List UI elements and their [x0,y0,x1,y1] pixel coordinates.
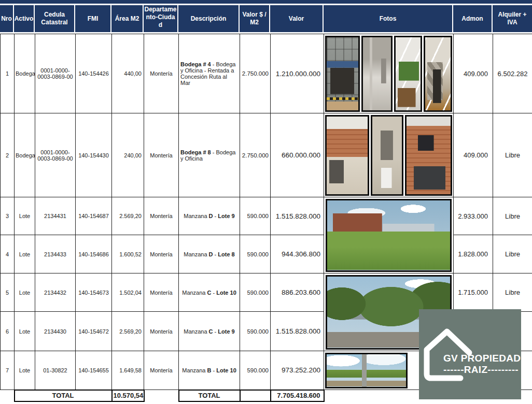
cell-nro: 7 [1,351,15,390]
cell-desc: Manzana D - Lote 9 [179,197,240,235]
cell-nro: 5 [1,273,15,312]
cell-activo: Bodega [15,113,35,197]
cell-ciudad: Montería [144,351,179,390]
cell-admon: 409.000 [454,113,493,197]
cell-valor: 660.000.000 [271,113,324,197]
cell-activo: Lote [15,273,35,312]
total-valor-value: 7.705.418.600 [271,390,324,401]
cell-admon: 1.828.000 [454,235,493,273]
cell-activo: Lote [15,312,35,351]
table-row-1: 1Bodega0001-0000-0003-0869-00140-1544264… [1,34,532,113]
cell-area: 240,00 [112,113,144,197]
header-row: NroActivoCedula CatastralFMIÁrea M2Depar… [0,5,532,32]
cell-cedula: 2134431 [35,197,76,235]
photo-strip [324,36,453,112]
cell-desc: Manzana C - Lote 10 [179,273,240,312]
total-label-right: TOTAL [179,390,240,401]
column-header-desc: Descripción [178,5,240,32]
cell-valor: 973.252.200 [271,351,324,390]
logo-text: GV PROPIEDAD ------RAIZ--------- [443,353,521,376]
photo-street-pole [325,353,408,388]
cell-admon: 409.000 [454,34,493,113]
total-empty-ciudad [144,390,179,401]
column-header-valor_m2: Valor $ / M2 [240,5,270,32]
fotos-cell [324,34,454,113]
cell-valor-m2: 590.000 [240,235,271,273]
cell-admon: 1.715.000 [454,273,493,312]
cell-desc: Manzana C - Lote 9 [179,312,240,351]
cell-valor-m2: 590.000 [240,312,271,351]
cell-valor-m2: 590.000 [240,273,271,312]
photo-brick-meeting-room [405,115,452,196]
cell-nro: 3 [1,197,15,235]
total-area-value: 10.570,54 [112,390,144,401]
photo-entrance-hall [361,36,393,112]
cell-valor-m2: 590.000 [240,197,271,235]
cell-valor-m2: 2.750.000 [240,34,271,113]
cell-valor: 886.203.600 [271,273,324,312]
cell-alquiler: Libre [493,273,532,312]
cell-cedula: 0001-0000-0003-0869-00 [35,34,76,113]
property-inventory-sheet: NroActivoCedula CatastralFMIÁrea M2Depar… [0,0,532,404]
column-header-nro: Nro [0,5,14,32]
cell-valor-m2: 2.750.000 [240,113,271,197]
cell-cedula: 0001-0000-0003-0869-00 [35,113,76,197]
table-row-3: 3Lote2134431140-1546872.569,20MonteríaMa… [1,197,532,235]
cell-cedula: 2134432 [35,273,76,312]
table-row-5: 5Lote2134432140-1546731.502,04MonteríaMa… [1,273,532,312]
photo-grass-lot [326,199,452,272]
cell-nro: 2 [1,113,15,197]
cell-area: 1.502,04 [112,273,144,312]
cell-area: 2.569,20 [112,197,144,235]
cell-valor: 1.210.000.000 [271,34,324,113]
cell-cedula: 2134430 [35,312,76,351]
total-label-left: TOTAL [15,390,112,401]
cell-desc: Manzana D - Lote 8 [179,235,240,273]
photo-strip [324,115,453,196]
column-header-ciudad: Departamento-Ciudad [144,5,178,32]
fotos-cell [324,113,454,197]
cell-activo: Lote [15,351,35,390]
cell-ciudad: Montería [144,273,179,312]
cell-desc: Bodega # 8 - Bodega y Oficina [179,113,240,197]
cell-valor: 944.306.800 [271,235,324,273]
cell-desc: Bodega # 4 - Bodega y Oficina - Rentada … [179,34,240,113]
table-header: NroActivoCedula CatastralFMIÁrea M2Depar… [0,0,532,34]
cell-nro: 1 [1,34,15,113]
cell-area: 1.649,58 [112,351,144,390]
photo-staircase-interior [424,36,452,112]
column-header-fotos: Fotos [324,5,453,32]
cell-fmi: 140-154686 [76,235,112,273]
cell-area: 1.600,52 [112,235,144,273]
cell-area: 440,00 [112,34,144,113]
header-top-strip [0,0,532,4]
cell-fmi: 140-154430 [76,113,112,197]
cell-cedula: 01-30822 [35,351,76,390]
cell-fmi: 140-154673 [76,273,112,312]
column-header-activo: Activo [14,5,35,32]
column-header-alquiler: Alquiler + IVA [493,5,532,32]
cell-activo: Bodega [15,34,35,113]
cell-fmi: 140-154426 [76,34,112,113]
company-logo: GV PROPIEDAD ------RAIZ--------- [419,309,521,399]
cell-alquiler: Libre [493,197,532,235]
column-header-admon: Admon [453,5,493,32]
cell-fmi: 140-154672 [76,312,112,351]
cell-admon: 2.933.000 [454,197,493,235]
cell-valor-m2: 590.000 [240,351,271,390]
table-row-2: 2Bodega0001-0000-0003-0869-00140-1544302… [1,113,532,197]
cell-nro: 6 [1,312,15,351]
cell-ciudad: Montería [144,312,179,351]
cell-nro: 4 [1,235,15,273]
cell-valor: 1.515.828.000 [271,197,324,235]
cell-ciudad: Montería [144,197,179,235]
cell-ciudad: Montería [144,113,179,197]
total-empty-nro [1,390,15,401]
logo-line1: GV PROPIEDAD [443,353,521,364]
fotos-cell [324,197,454,273]
cell-activo: Lote [15,235,35,273]
column-header-fmi: FMI [75,5,111,32]
cell-alquiler: Libre [493,235,532,273]
cell-alquiler: 6.502.282 [493,34,532,113]
column-header-cedula: Cedula Catastral [35,5,75,32]
